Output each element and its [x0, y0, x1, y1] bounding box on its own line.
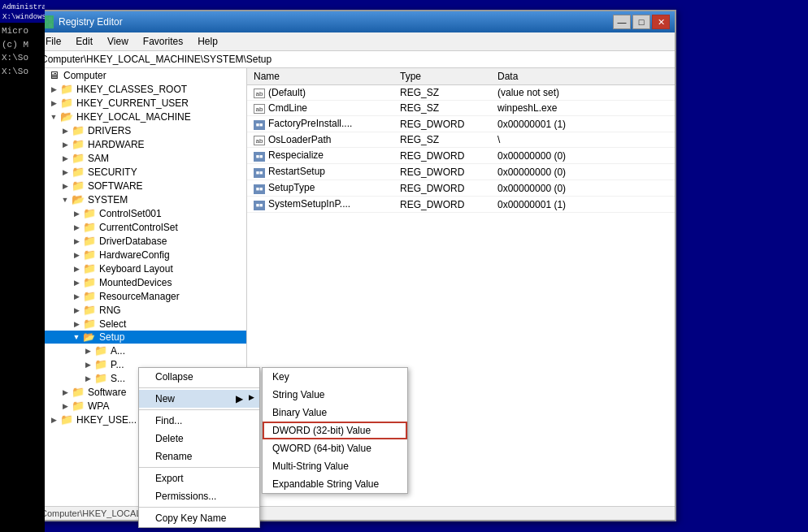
tree-label-currentcontrolset: CurrentControlSet: [99, 222, 178, 233]
tree-item-mounteddevices[interactable]: ▶ 📁 MountedDevices: [36, 275, 246, 289]
ctx-item-find[interactable]: Find...: [139, 412, 259, 430]
submenu-item-binary[interactable]: Binary Value: [263, 404, 407, 422]
registry-table: Name Type Data ab(Default) REG_SZ (value…: [247, 68, 675, 213]
cell-data: (value not set): [491, 85, 675, 101]
tree-item-security[interactable]: ▶ 📁 SECURITY: [36, 165, 246, 179]
folder-icon-select: 📁: [83, 318, 96, 330]
expand-arrow-system: ▼: [60, 196, 70, 204]
folder-icon-software: 📁: [72, 179, 85, 192]
cell-name: abCmdLine: [247, 101, 393, 116]
tree-item-currentcontrolset[interactable]: ▶ 📁 CurrentControlSet: [36, 220, 246, 234]
table-row[interactable]: ■■FactoryPreInstall.... REG_DWORD 0x0000…: [247, 116, 675, 132]
menu-help[interactable]: Help: [191, 34, 224, 49]
maximize-button[interactable]: □: [632, 15, 650, 29]
folder-icon-setup-s: 📁: [94, 372, 107, 384]
table-row[interactable]: ■■RestartSetup REG_DWORD 0x00000000 (0): [247, 164, 675, 180]
expand-arrow-driverdatabase: ▶: [72, 237, 81, 245]
submenu-item-key[interactable]: Key: [263, 368, 407, 386]
cell-name: ■■SetupType: [247, 180, 393, 197]
table-row[interactable]: ■■SetupType REG_DWORD 0x00000000 (0): [247, 180, 675, 197]
folder-icon-hkuse: 📁: [60, 413, 73, 426]
menu-favorites[interactable]: Favorites: [137, 34, 189, 49]
submenu-item-expandablestring[interactable]: Expandable String Value: [263, 475, 407, 493]
col-header-name: Name: [247, 68, 393, 85]
folder-icon-keyboardlayout: 📁: [83, 262, 96, 275]
folder-icon-rng: 📁: [83, 304, 96, 316]
tree-label-hardwareconfig: HardwareConfig: [99, 249, 170, 261]
tree-item-hkcr[interactable]: ▶ 📁 HKEY_CLASSES_ROOT: [36, 82, 246, 96]
tree-item-resourcemanager[interactable]: ▶ 📁 ResourceManager: [36, 289, 246, 303]
tree-item-driverdatabase[interactable]: ▶ 📁 DriverDatabase: [36, 234, 246, 248]
ctx-item-collapse[interactable]: Collapse: [139, 368, 259, 386]
ctx-item-copykeyname[interactable]: Copy Key Name: [139, 509, 259, 527]
tree-item-select[interactable]: ▶ 📁 Select: [36, 317, 246, 331]
cmd-content: Micro(c) MX:\SoX:\So: [0, 23, 45, 80]
tree-item-software[interactable]: ▶ 📁 SOFTWARE: [36, 179, 246, 192]
expand-arrow-hkuse: ▶: [49, 416, 59, 424]
submenu-item-qword[interactable]: QWORD (64-bit) Value: [263, 439, 407, 457]
ctx-separator-3: [139, 467, 259, 468]
submenu-item-string[interactable]: String Value: [263, 386, 407, 404]
tree-label-drivers: DRIVERS: [88, 125, 131, 136]
tree-label-mounteddevices: MountedDevices: [99, 277, 172, 288]
submenu-item-multistring[interactable]: Multi-String Value: [263, 457, 407, 475]
expand-arrow-mounteddevices: ▶: [72, 279, 81, 287]
tree-item-keyboardlayout[interactable]: ▶ 📁 Keyboard Layout: [36, 262, 246, 275]
tree-label-rng: RNG: [99, 305, 121, 316]
menu-view[interactable]: View: [101, 34, 135, 49]
cell-data: 0x00000001 (1): [491, 116, 675, 132]
tree-item-hkcu[interactable]: ▶ 📁 HKEY_CURRENT_USER: [36, 96, 246, 110]
cell-type: REG_DWORD: [393, 164, 491, 180]
ctx-item-rename[interactable]: Rename: [139, 448, 259, 465]
tree-item-hklm[interactable]: ▼ 📂 HKEY_LOCAL_MACHINE: [36, 110, 246, 123]
folder-icon-controlset001: 📁: [83, 207, 96, 219]
tree-item-system[interactable]: ▼ 📂 SYSTEM: [36, 192, 246, 206]
cell-data: 0x00000000 (0): [491, 180, 675, 197]
ctx-item-new[interactable]: New ▶: [139, 390, 259, 408]
expand-arrow-wpa: ▶: [60, 402, 70, 410]
folder-icon-hklm: 📂: [60, 110, 73, 123]
regedit-title-text: Registry Editor: [59, 16, 123, 28]
submenu-item-dword[interactable]: DWORD (32-bit) Value: [263, 422, 407, 439]
folder-icon-setup: 📂: [83, 331, 95, 343]
tree-label-controlset001: ControlSet001: [99, 208, 162, 219]
tree-item-computer[interactable]: ▼ 🖥 Computer: [36, 68, 246, 82]
table-row[interactable]: abOsLoaderPath REG_SZ \: [247, 132, 675, 148]
table-row[interactable]: ■■Respecialize REG_DWORD 0x00000000 (0): [247, 148, 675, 164]
cmd-title: Administrator: X:\windows\system32\cmd.e…: [2, 3, 45, 21]
tree-item-drivers[interactable]: ▶ 📁 DRIVERS: [36, 123, 246, 137]
cell-type: REG_DWORD: [393, 180, 491, 197]
minimize-button[interactable]: —: [613, 15, 631, 29]
ctx-item-permissions[interactable]: Permissions...: [139, 487, 259, 505]
ctx-item-delete[interactable]: Delete: [139, 430, 259, 448]
tree-item-hardwareconfig[interactable]: ▶ 📁 HardwareConfig: [36, 248, 246, 262]
tree-item-setup[interactable]: ▼ 📂 Setup: [36, 331, 246, 344]
menu-edit[interactable]: Edit: [69, 34, 99, 49]
folder-icon-driverdatabase: 📁: [83, 235, 96, 247]
ctx-item-export[interactable]: Export: [139, 469, 259, 487]
table-row[interactable]: abCmdLine REG_SZ winpeshL.exe: [247, 101, 675, 116]
address-text: Computer\HKEY_LOCAL_MACHINE\SYSTEM\Setup: [41, 54, 272, 65]
tree-label-resourcemanager: ResourceManager: [99, 291, 180, 302]
table-row[interactable]: ab(Default) REG_SZ (value not set): [247, 85, 675, 101]
expand-arrow-hkcr: ▶: [49, 85, 59, 93]
expand-arrow-software2: ▶: [60, 388, 70, 396]
close-button[interactable]: ✕: [652, 15, 670, 29]
table-row[interactable]: ■■SystemSetupInP.... REG_DWORD 0x0000000…: [247, 197, 675, 213]
cell-name: ab(Default): [247, 85, 393, 101]
folder-icon-hkcr: 📁: [60, 83, 73, 95]
tree-item-hardware[interactable]: ▶ 📁 HARDWARE: [36, 137, 246, 151]
expand-arrow-setup-p: ▶: [83, 361, 93, 369]
tree-item-rng[interactable]: ▶ 📁 RNG: [36, 303, 246, 317]
tree-item-setup-a[interactable]: ▶ 📁 A...: [36, 344, 246, 357]
regedit-title-left: Registry Editor: [41, 15, 123, 28]
tree-item-sam[interactable]: ▶ 📁 SAM: [36, 151, 246, 165]
cell-type: REG_DWORD: [393, 197, 491, 213]
regedit-titlebar: Registry Editor — □ ✕: [36, 11, 675, 32]
reg-type-icon: ■■: [254, 152, 265, 162]
expand-arrow-drivers: ▶: [60, 127, 70, 135]
cmd-titlebar: Administrator: X:\windows\system32\cmd.e…: [0, 0, 45, 23]
tree-item-controlset001[interactable]: ▶ 📁 ControlSet001: [36, 206, 246, 220]
tree-label-setup-s: S...: [111, 373, 125, 384]
tree-label-software: SOFTWARE: [88, 180, 143, 192]
